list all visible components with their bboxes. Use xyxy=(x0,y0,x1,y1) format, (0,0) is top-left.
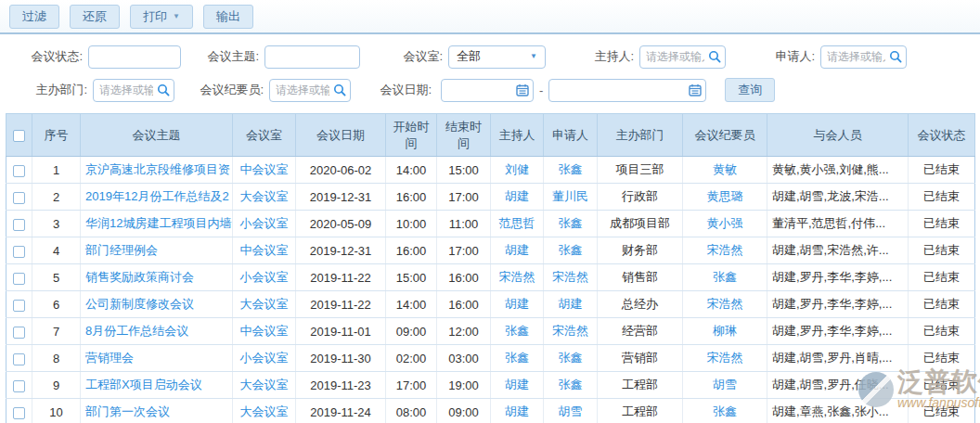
minutes-taker-link[interactable]: 黄敏 xyxy=(683,157,767,184)
organizing-dept: 行政部 xyxy=(598,184,683,211)
meeting-subject-link[interactable]: 工程部X项目启动会议 xyxy=(81,372,233,399)
end-time: 09:00 xyxy=(437,399,491,423)
applicant-link[interactable]: 张鑫 xyxy=(544,345,598,372)
host-link[interactable]: 胡建 xyxy=(491,237,544,264)
applicant-link[interactable]: 胡建 xyxy=(544,291,598,318)
row-checkbox[interactable] xyxy=(13,273,25,285)
applicant-link[interactable]: 宋浩然 xyxy=(544,318,598,345)
col-header-end-time: 结束时间 xyxy=(437,114,491,157)
meeting-subject-input[interactable] xyxy=(264,45,360,69)
meeting-subject-link[interactable]: 京沪高速北京段维修项目资 xyxy=(81,157,233,184)
applicant-link[interactable]: 张鑫 xyxy=(544,237,598,264)
search-icon[interactable] xyxy=(889,50,902,63)
meeting-room-link[interactable]: 大会议室 xyxy=(233,184,296,211)
status-badge: 已结束 xyxy=(909,237,975,264)
minutes-taker-link[interactable]: 黄小强 xyxy=(683,211,767,237)
meeting-subject-link[interactable]: 华润12城房建工程项目内墙 xyxy=(81,211,233,237)
applicant-link[interactable]: 胡雪 xyxy=(544,399,598,423)
row-checkbox[interactable] xyxy=(13,192,25,204)
minutes-taker-link[interactable]: 宋浩然 xyxy=(683,345,767,372)
table-row: 10 部门第一次会议 大会议室 2019-11-24 08:00 09:00 胡… xyxy=(6,399,975,423)
row-checkbox[interactable] xyxy=(13,300,25,312)
row-checkbox[interactable] xyxy=(13,327,25,339)
meeting-date: 2019-12-31 xyxy=(296,237,386,264)
select-all-checkbox[interactable] xyxy=(13,130,25,142)
minutes-taker-link[interactable]: 黄思璐 xyxy=(683,184,767,211)
row-checkbox[interactable] xyxy=(13,246,25,258)
minutes-taker-link[interactable]: 胡雪 xyxy=(683,372,767,399)
organizing-dept: 工程部 xyxy=(598,372,683,399)
end-time: 19:00 xyxy=(437,372,491,399)
host-link[interactable]: 宋浩然 xyxy=(491,264,544,291)
meeting-room-link[interactable]: 小会议室 xyxy=(233,264,296,291)
meeting-room-select[interactable]: 全部 ▼ xyxy=(448,45,546,69)
meeting-room-link[interactable]: 小会议室 xyxy=(233,345,296,372)
attendees: 胡建,章燕,张鑫,张小... xyxy=(767,399,909,423)
meeting-room-link[interactable]: 中会议室 xyxy=(233,237,296,264)
status-badge: 已结束 xyxy=(909,291,975,318)
host-link[interactable]: 胡建 xyxy=(491,291,544,318)
host-link[interactable]: 张鑫 xyxy=(491,318,544,345)
table-row: 3 华润12城房建工程项目内墙 小会议室 2020-05-09 10:00 11… xyxy=(6,211,975,237)
end-time: 17:00 xyxy=(437,237,491,264)
meeting-subject-link[interactable]: 8月份工作总结会议 xyxy=(81,318,233,345)
meeting-subject-link[interactable]: 部门经理例会 xyxy=(81,237,233,264)
row-checkbox[interactable] xyxy=(13,407,25,419)
meeting-room-link[interactable]: 中会议室 xyxy=(233,157,296,184)
meeting-room-link[interactable]: 大会议室 xyxy=(233,399,296,423)
restore-button[interactable]: 还原 xyxy=(70,5,120,29)
start-time: 08:00 xyxy=(386,399,437,423)
row-checkbox[interactable] xyxy=(13,165,25,177)
applicant-link[interactable]: 张鑫 xyxy=(544,372,598,399)
meeting-subject-link[interactable]: 销售奖励政策商讨会 xyxy=(81,264,233,291)
search-icon[interactable] xyxy=(708,50,721,63)
host-link[interactable]: 胡建 xyxy=(491,399,544,423)
row-checkbox[interactable] xyxy=(13,380,25,392)
meeting-subject-link[interactable]: 营销理会 xyxy=(81,345,233,372)
meeting-subject-link[interactable]: 公司新制度修改会议 xyxy=(81,291,233,318)
host-link[interactable]: 刘健 xyxy=(491,157,544,184)
meeting-room-link[interactable]: 小会议室 xyxy=(233,211,296,237)
host-link[interactable]: 胡建 xyxy=(491,184,544,211)
minutes-taker-link[interactable]: 张鑫 xyxy=(683,399,767,423)
host-link[interactable]: 范思哲 xyxy=(491,211,544,237)
minutes-taker-link[interactable]: 宋浩然 xyxy=(683,291,767,318)
start-time: 14:00 xyxy=(386,157,437,184)
organizing-dept: 工程部 xyxy=(598,399,683,423)
end-time: 11:00 xyxy=(437,211,491,237)
minutes-taker-link[interactable]: 宋浩然 xyxy=(683,237,767,264)
table-row: 8 营销理会 小会议室 2019-11-30 02:00 03:00 张鑫 张鑫… xyxy=(6,345,975,372)
row-checkbox[interactable] xyxy=(13,353,25,365)
filter-row-1: 会议状态: 会议主题: 会议室: 全部 ▼ 主持人: 申请人: xyxy=(26,43,980,70)
search-icon[interactable] xyxy=(333,83,346,96)
applicant-link[interactable]: 董川民 xyxy=(544,184,598,211)
filter-button[interactable]: 过滤 xyxy=(9,5,59,29)
host-link[interactable]: 胡建 xyxy=(491,372,544,399)
applicant-link[interactable]: 宋浩然 xyxy=(544,264,598,291)
meeting-subject-link[interactable]: 部门第一次会议 xyxy=(81,399,233,423)
calendar-icon[interactable] xyxy=(516,83,529,96)
minutes-taker-link[interactable]: 柳琳 xyxy=(683,318,767,345)
row-checkbox[interactable] xyxy=(13,219,25,231)
applicant-link[interactable]: 张鑫 xyxy=(544,157,598,184)
calendar-icon[interactable] xyxy=(689,83,702,96)
attendees: 胡建,胡雪,罗丹,肖晴,... xyxy=(767,345,909,372)
host-link[interactable]: 张鑫 xyxy=(491,345,544,372)
meeting-status-input[interactable] xyxy=(88,45,181,69)
table-row: 1 京沪高速北京段维修项目资 中会议室 2020-06-02 14:00 15:… xyxy=(6,157,975,184)
status-badge: 已结束 xyxy=(909,264,975,291)
export-button[interactable]: 输出 xyxy=(203,5,253,29)
meeting-subject-link[interactable]: 2019年12月份工作总结及2 xyxy=(81,184,233,211)
meeting-room-link[interactable]: 大会议室 xyxy=(233,291,296,318)
print-button[interactable]: 打印▼ xyxy=(130,5,193,29)
minutes-taker-label: 会议纪要员: xyxy=(190,82,269,98)
table-header-row: 序号 会议主题 会议室 会议日期 开始时间 结束时间 主持人 申请人 主办部门 … xyxy=(6,114,975,157)
search-button[interactable]: 查询 xyxy=(725,78,775,102)
applicant-link[interactable]: 张鑫 xyxy=(544,211,598,237)
minutes-taker-link[interactable]: 张鑫 xyxy=(683,264,767,291)
search-icon[interactable] xyxy=(157,83,170,96)
host-label: 主持人: xyxy=(588,48,639,65)
meeting-date-to-input[interactable] xyxy=(548,79,706,102)
meeting-room-link[interactable]: 大会议室 xyxy=(233,372,296,399)
meeting-room-link[interactable]: 中会议室 xyxy=(233,318,296,345)
